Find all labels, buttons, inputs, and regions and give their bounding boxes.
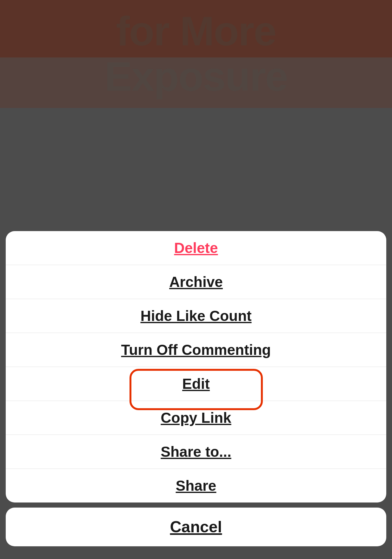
cancel-button[interactable]: Cancel [6,508,386,546]
share-to-label: Share to... [161,443,231,460]
turn-off-commenting-button[interactable]: Turn Off Commenting [6,333,386,367]
share-button[interactable]: Share [6,469,386,502]
edit-button[interactable]: Edit [6,367,386,401]
archive-label: Archive [169,273,223,290]
copy-link-label: Copy Link [161,409,231,426]
cancel-sheet: Cancel [6,508,386,546]
cancel-label: Cancel [170,518,222,536]
hide-like-count-label: Hide Like Count [140,307,251,324]
delete-button[interactable]: Delete [6,231,386,265]
turn-off-commenting-label: Turn Off Commenting [121,341,271,358]
share-label: Share [176,477,216,494]
bottom-sheet-area: Delete Archive Hide Like Count Turn Off … [0,57,392,559]
hide-like-count-button[interactable]: Hide Like Count [6,299,386,333]
action-sheet: Delete Archive Hide Like Count Turn Off … [6,231,386,502]
edit-label: Edit [182,375,210,392]
share-to-button[interactable]: Share to... [6,435,386,469]
delete-label: Delete [174,239,218,256]
archive-button[interactable]: Archive [6,265,386,299]
copy-link-button[interactable]: Copy Link [6,401,386,435]
